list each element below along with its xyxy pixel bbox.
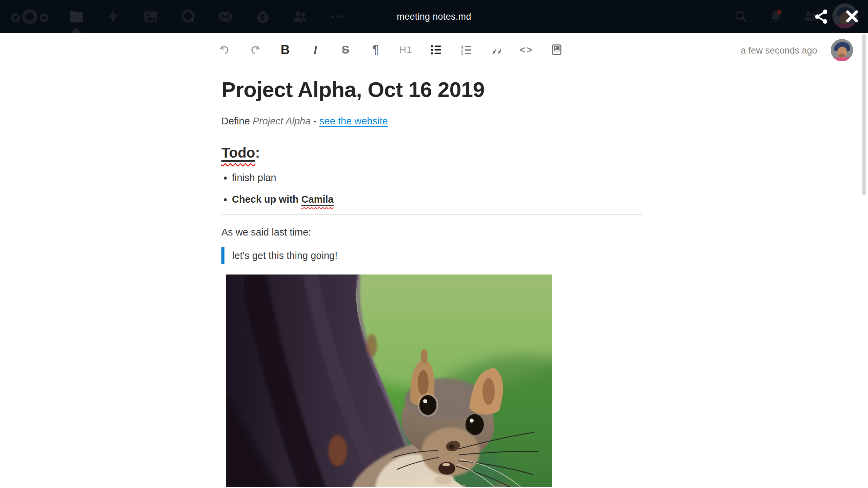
quote-icon bbox=[491, 44, 502, 56]
squirrel-photo bbox=[226, 274, 552, 487]
todo-colon: : bbox=[255, 145, 260, 161]
ordered-list-button[interactable]: 1 2 3 bbox=[458, 41, 474, 59]
blockquote[interactable]: let's get this thing going! bbox=[221, 247, 642, 264]
website-link[interactable]: see the website bbox=[319, 116, 388, 126]
code-button[interactable]: <> bbox=[518, 41, 535, 59]
item2-name: Camila bbox=[301, 194, 334, 205]
paragraph-button[interactable]: ¶ bbox=[368, 41, 384, 59]
bullet-list-icon bbox=[430, 44, 442, 56]
svg-text:3: 3 bbox=[461, 51, 463, 56]
app-header: meeting notes.md bbox=[0, 0, 868, 33]
strikethrough-button[interactable]: S bbox=[337, 41, 354, 59]
blockquote-text: let's get this thing going! bbox=[232, 249, 642, 262]
document-editor-content[interactable]: Project Alpha, Oct 16 2019 Define Projec… bbox=[221, 77, 642, 487]
redo-button[interactable] bbox=[247, 41, 263, 59]
doc-paragraph[interactable]: As we said last time: bbox=[221, 226, 642, 239]
last-saved-status: a few seconds ago bbox=[741, 45, 817, 56]
h1-glyph: H1 bbox=[399, 44, 412, 55]
notifications-bell-icon bbox=[768, 8, 784, 24]
bold-button[interactable]: B bbox=[277, 41, 293, 59]
intro-separator: - bbox=[311, 116, 319, 126]
italic-glyph: I bbox=[314, 43, 317, 57]
undo-button[interactable] bbox=[217, 41, 233, 59]
insert-image-button[interactable] bbox=[549, 41, 565, 59]
search-icon bbox=[733, 8, 749, 24]
notification-dot bbox=[777, 10, 781, 14]
heading-button[interactable]: H1 bbox=[398, 41, 414, 59]
blockquote-button[interactable] bbox=[488, 41, 505, 59]
list-item[interactable]: Check up with Camila bbox=[232, 192, 642, 206]
horizontal-rule bbox=[221, 214, 642, 215]
doc-heading-2-todo[interactable]: Todo: bbox=[221, 144, 642, 161]
bold-glyph: B bbox=[281, 43, 290, 57]
italic-button[interactable]: I bbox=[307, 41, 323, 59]
editor-toolbar: B I S ¶ H1 1 2 3 bbox=[0, 33, 868, 67]
image-icon bbox=[551, 44, 563, 56]
editor-avatar[interactable] bbox=[831, 39, 853, 61]
list-item[interactable]: finish plan bbox=[232, 171, 642, 184]
text-editor-viewer: B I S ¶ H1 1 2 3 bbox=[0, 33, 868, 488]
bullet-list-button[interactable] bbox=[428, 41, 444, 59]
pilcrow-glyph: ¶ bbox=[372, 43, 379, 57]
scrollbar-thumb[interactable] bbox=[862, 34, 866, 195]
share-icon[interactable] bbox=[813, 8, 830, 25]
doc-intro-paragraph[interactable]: Define Project Alpha - see the website bbox=[221, 115, 642, 128]
intro-prefix: Define bbox=[221, 116, 253, 126]
code-glyph: <> bbox=[520, 44, 533, 56]
intro-term-italic: Project Alpha bbox=[253, 116, 311, 126]
todo-list: finish plan Check up with Camila bbox=[221, 171, 642, 206]
todo-word: Todo bbox=[221, 145, 255, 161]
ordered-list-icon: 1 2 3 bbox=[460, 44, 472, 56]
strike-glyph: S bbox=[342, 43, 349, 56]
doc-heading-1[interactable]: Project Alpha, Oct 16 2019 bbox=[221, 77, 642, 102]
item2-prefix: Check up with bbox=[232, 194, 301, 205]
close-icon[interactable] bbox=[845, 9, 859, 23]
